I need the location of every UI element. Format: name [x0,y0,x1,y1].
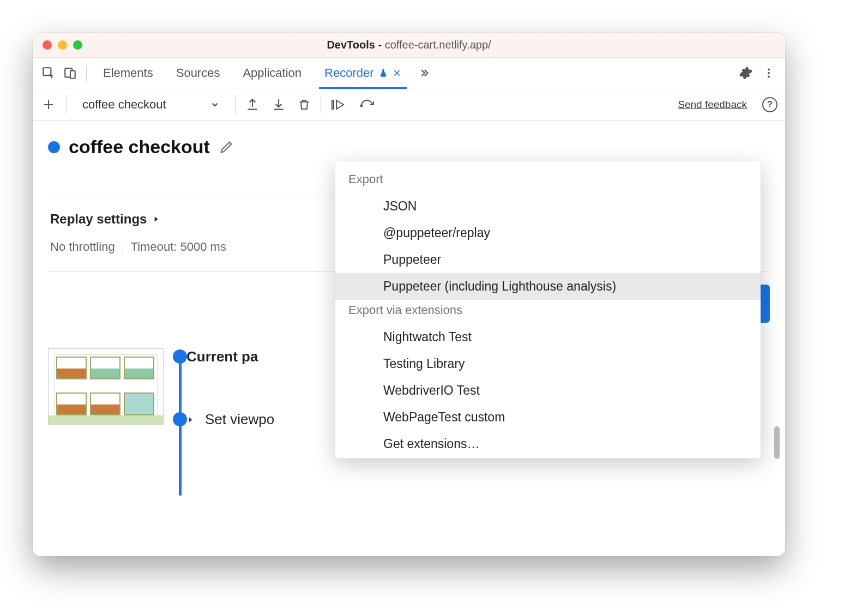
recording-name: coffee checkout [82,98,166,112]
help-icon[interactable]: ? [762,97,777,112]
recording-title: coffee checkout [69,136,210,158]
export-button[interactable] [245,98,260,112]
send-feedback-link[interactable]: Send feedback [678,99,747,111]
chevron-right-icon [186,415,194,425]
svg-point-4 [768,71,770,74]
tab-recorder[interactable]: Recorder [315,58,411,88]
minimize-window-button[interactable] [58,40,67,50]
recording-status-dot [48,141,60,153]
tab-sources[interactable]: Sources [166,58,230,88]
export-item-nightwatch[interactable]: Nightwatch Test [335,324,761,351]
scrollbar[interactable] [774,426,780,459]
more-tabs-icon[interactable] [414,64,433,82]
export-item-json[interactable]: JSON [335,193,761,220]
divider [235,95,236,114]
recorder-toolbar: coffee checkout Send feedback [33,88,785,121]
toolbar-actions [245,98,311,112]
step-current-page[interactable]: Current pa [186,348,274,365]
devtools-tabbar: Elements Sources Application Recorder [33,58,785,88]
window-title-url: coffee-cart.netlify.app/ [385,39,491,51]
divider [86,65,87,81]
close-window-button[interactable] [43,40,52,50]
step-over-button[interactable] [331,98,347,112]
delete-button[interactable] [298,98,311,112]
devtools-window: DevTools - coffee-cart.netlify.app/ Elem… [33,33,785,556]
export-section-label: Export [335,169,761,193]
tab-application[interactable]: Application [233,58,311,88]
import-button[interactable] [272,98,286,112]
export-item-webpagetest[interactable]: WebPageTest custom [335,404,761,431]
window-title-prefix: DevTools - [327,39,384,51]
flask-icon [378,68,388,78]
export-item-puppeteer-lighthouse[interactable]: Puppeteer (including Lighthouse analysis… [335,273,761,300]
tab-elements[interactable]: Elements [93,58,163,88]
timeout-value: Timeout: 5000 ms [131,240,226,254]
inspect-element-icon[interactable] [39,64,58,82]
svg-rect-2 [70,70,75,78]
close-tab-icon[interactable] [393,69,401,77]
svg-point-5 [768,75,770,77]
throttling-value: No throttling [50,240,115,254]
export-item-testing-library[interactable]: Testing Library [335,351,761,377]
window-title: DevTools - coffee-cart.netlify.app/ [33,39,785,51]
chevron-down-icon [210,100,220,110]
step-set-viewport[interactable]: Set viewpo [186,411,274,428]
toolbar-playback [331,98,378,112]
export-extensions-section-label: Export via extensions [335,300,761,324]
svg-point-3 [768,68,770,70]
export-item-puppeteer[interactable]: Puppeteer [335,246,761,273]
new-recording-button[interactable] [40,96,57,113]
export-item-puppeteer-replay[interactable]: @puppeteer/replay [335,220,761,246]
recording-title-row: coffee checkout [48,136,770,158]
replay-button[interactable] [359,98,378,112]
export-item-webdriverio[interactable]: WebdriverIO Test [335,377,761,404]
svg-point-7 [360,105,362,106]
chevron-right-icon [152,214,160,224]
titlebar: DevTools - coffee-cart.netlify.app/ [33,33,785,58]
settings-icon[interactable] [736,63,756,83]
recording-select[interactable]: coffee checkout [77,98,225,112]
export-item-get-extensions[interactable]: Get extensions… [335,431,761,457]
window-controls [43,40,82,50]
svg-rect-6 [332,100,334,109]
divider [67,95,67,114]
export-dropdown: Export JSON @puppeteer/replay Puppeteer … [335,161,761,458]
divider [321,95,321,114]
page-screenshot-thumbnail[interactable] [48,348,164,425]
steps-timeline: Current pa Set viewpo [173,348,274,474]
edit-title-button[interactable] [219,140,234,155]
more-options-icon[interactable] [759,63,779,83]
maximize-window-button[interactable] [73,40,82,50]
divider [123,239,123,255]
device-toolbar-icon[interactable] [61,64,80,82]
